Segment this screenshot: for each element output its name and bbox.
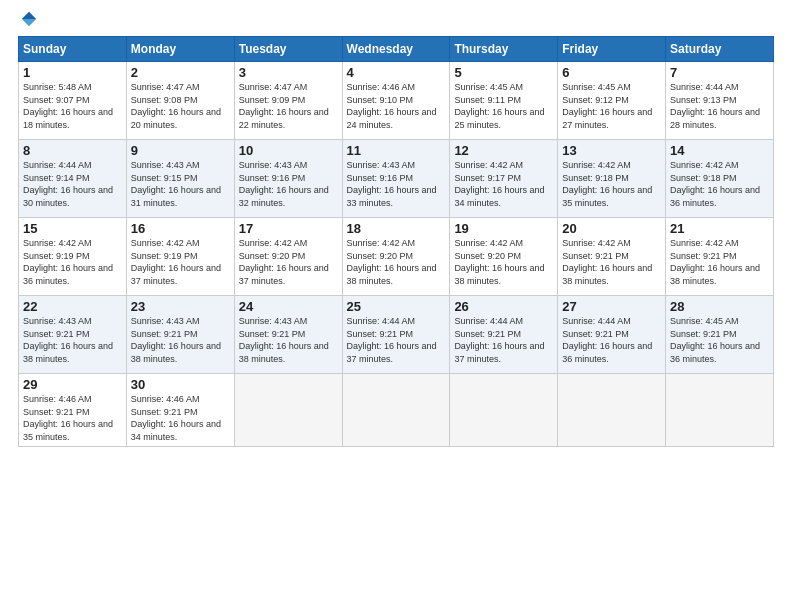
day-info: Sunrise: 4:42 AMSunset: 9:18 PMDaylight:…	[670, 160, 760, 208]
day-info: Sunrise: 4:42 AMSunset: 9:19 PMDaylight:…	[23, 238, 113, 286]
day-info: Sunrise: 4:44 AMSunset: 9:13 PMDaylight:…	[670, 82, 760, 130]
day-number: 23	[131, 299, 230, 314]
calendar-day-cell: 2 Sunrise: 4:47 AMSunset: 9:08 PMDayligh…	[126, 62, 234, 140]
day-number: 29	[23, 377, 122, 392]
svg-marker-0	[22, 12, 36, 19]
day-number: 30	[131, 377, 230, 392]
header	[18, 10, 774, 30]
day-number: 4	[347, 65, 446, 80]
calendar-day-cell	[234, 374, 342, 447]
day-number: 22	[23, 299, 122, 314]
day-number: 15	[23, 221, 122, 236]
calendar-week-row: 8 Sunrise: 4:44 AMSunset: 9:14 PMDayligh…	[19, 140, 774, 218]
calendar-day-cell: 25 Sunrise: 4:44 AMSunset: 9:21 PMDaylig…	[342, 296, 450, 374]
day-number: 16	[131, 221, 230, 236]
calendar-day-cell: 22 Sunrise: 4:43 AMSunset: 9:21 PMDaylig…	[19, 296, 127, 374]
day-info: Sunrise: 4:42 AMSunset: 9:21 PMDaylight:…	[562, 238, 652, 286]
calendar-header-row: SundayMondayTuesdayWednesdayThursdayFrid…	[19, 37, 774, 62]
calendar-day-cell: 28 Sunrise: 4:45 AMSunset: 9:21 PMDaylig…	[666, 296, 774, 374]
calendar-day-header: Monday	[126, 37, 234, 62]
day-number: 18	[347, 221, 446, 236]
day-number: 14	[670, 143, 769, 158]
day-number: 10	[239, 143, 338, 158]
calendar-day-cell: 21 Sunrise: 4:42 AMSunset: 9:21 PMDaylig…	[666, 218, 774, 296]
day-info: Sunrise: 4:45 AMSunset: 9:12 PMDaylight:…	[562, 82, 652, 130]
day-number: 12	[454, 143, 553, 158]
day-number: 28	[670, 299, 769, 314]
day-info: Sunrise: 4:43 AMSunset: 9:16 PMDaylight:…	[347, 160, 437, 208]
calendar-day-cell: 24 Sunrise: 4:43 AMSunset: 9:21 PMDaylig…	[234, 296, 342, 374]
calendar-day-header: Friday	[558, 37, 666, 62]
calendar-day-cell: 14 Sunrise: 4:42 AMSunset: 9:18 PMDaylig…	[666, 140, 774, 218]
day-number: 17	[239, 221, 338, 236]
day-info: Sunrise: 4:46 AMSunset: 9:10 PMDaylight:…	[347, 82, 437, 130]
day-info: Sunrise: 4:43 AMSunset: 9:15 PMDaylight:…	[131, 160, 221, 208]
day-number: 27	[562, 299, 661, 314]
calendar-day-cell: 19 Sunrise: 4:42 AMSunset: 9:20 PMDaylig…	[450, 218, 558, 296]
day-info: Sunrise: 4:47 AMSunset: 9:09 PMDaylight:…	[239, 82, 329, 130]
logo	[18, 10, 38, 30]
svg-marker-1	[22, 19, 36, 26]
calendar-day-cell: 11 Sunrise: 4:43 AMSunset: 9:16 PMDaylig…	[342, 140, 450, 218]
day-number: 20	[562, 221, 661, 236]
day-info: Sunrise: 4:46 AMSunset: 9:21 PMDaylight:…	[23, 394, 113, 442]
day-info: Sunrise: 4:42 AMSunset: 9:20 PMDaylight:…	[347, 238, 437, 286]
day-info: Sunrise: 4:44 AMSunset: 9:21 PMDaylight:…	[347, 316, 437, 364]
logo-area	[18, 10, 38, 30]
calendar-day-cell: 18 Sunrise: 4:42 AMSunset: 9:20 PMDaylig…	[342, 218, 450, 296]
calendar-day-cell: 12 Sunrise: 4:42 AMSunset: 9:17 PMDaylig…	[450, 140, 558, 218]
calendar-day-cell: 3 Sunrise: 4:47 AMSunset: 9:09 PMDayligh…	[234, 62, 342, 140]
calendar-day-cell	[666, 374, 774, 447]
day-info: Sunrise: 4:46 AMSunset: 9:21 PMDaylight:…	[131, 394, 221, 442]
day-info: Sunrise: 4:42 AMSunset: 9:20 PMDaylight:…	[454, 238, 544, 286]
calendar-day-cell: 23 Sunrise: 4:43 AMSunset: 9:21 PMDaylig…	[126, 296, 234, 374]
day-info: Sunrise: 4:43 AMSunset: 9:21 PMDaylight:…	[131, 316, 221, 364]
page: SundayMondayTuesdayWednesdayThursdayFrid…	[0, 0, 792, 612]
calendar-day-cell	[342, 374, 450, 447]
day-number: 11	[347, 143, 446, 158]
day-info: Sunrise: 4:42 AMSunset: 9:18 PMDaylight:…	[562, 160, 652, 208]
calendar-day-cell: 29 Sunrise: 4:46 AMSunset: 9:21 PMDaylig…	[19, 374, 127, 447]
calendar-week-row: 15 Sunrise: 4:42 AMSunset: 9:19 PMDaylig…	[19, 218, 774, 296]
day-number: 21	[670, 221, 769, 236]
day-info: Sunrise: 4:43 AMSunset: 9:21 PMDaylight:…	[239, 316, 329, 364]
day-number: 5	[454, 65, 553, 80]
day-info: Sunrise: 4:44 AMSunset: 9:21 PMDaylight:…	[454, 316, 544, 364]
calendar-table: SundayMondayTuesdayWednesdayThursdayFrid…	[18, 36, 774, 447]
calendar-day-header: Tuesday	[234, 37, 342, 62]
day-info: Sunrise: 5:48 AMSunset: 9:07 PMDaylight:…	[23, 82, 113, 130]
day-info: Sunrise: 4:45 AMSunset: 9:21 PMDaylight:…	[670, 316, 760, 364]
day-number: 2	[131, 65, 230, 80]
calendar-day-cell: 30 Sunrise: 4:46 AMSunset: 9:21 PMDaylig…	[126, 374, 234, 447]
calendar-day-cell: 6 Sunrise: 4:45 AMSunset: 9:12 PMDayligh…	[558, 62, 666, 140]
calendar-day-header: Sunday	[19, 37, 127, 62]
calendar-day-cell: 8 Sunrise: 4:44 AMSunset: 9:14 PMDayligh…	[19, 140, 127, 218]
day-number: 19	[454, 221, 553, 236]
calendar-day-cell: 10 Sunrise: 4:43 AMSunset: 9:16 PMDaylig…	[234, 140, 342, 218]
day-number: 9	[131, 143, 230, 158]
calendar-day-cell: 7 Sunrise: 4:44 AMSunset: 9:13 PMDayligh…	[666, 62, 774, 140]
day-info: Sunrise: 4:42 AMSunset: 9:19 PMDaylight:…	[131, 238, 221, 286]
day-number: 26	[454, 299, 553, 314]
day-number: 7	[670, 65, 769, 80]
calendar-day-cell: 17 Sunrise: 4:42 AMSunset: 9:20 PMDaylig…	[234, 218, 342, 296]
calendar-day-cell: 13 Sunrise: 4:42 AMSunset: 9:18 PMDaylig…	[558, 140, 666, 218]
calendar-day-cell: 4 Sunrise: 4:46 AMSunset: 9:10 PMDayligh…	[342, 62, 450, 140]
calendar-day-cell: 20 Sunrise: 4:42 AMSunset: 9:21 PMDaylig…	[558, 218, 666, 296]
day-info: Sunrise: 4:42 AMSunset: 9:17 PMDaylight:…	[454, 160, 544, 208]
day-info: Sunrise: 4:42 AMSunset: 9:20 PMDaylight:…	[239, 238, 329, 286]
day-info: Sunrise: 4:42 AMSunset: 9:21 PMDaylight:…	[670, 238, 760, 286]
calendar-day-header: Wednesday	[342, 37, 450, 62]
day-number: 24	[239, 299, 338, 314]
calendar-day-header: Thursday	[450, 37, 558, 62]
calendar-day-cell	[450, 374, 558, 447]
day-info: Sunrise: 4:43 AMSunset: 9:21 PMDaylight:…	[23, 316, 113, 364]
logo-icon	[20, 10, 38, 28]
day-info: Sunrise: 4:47 AMSunset: 9:08 PMDaylight:…	[131, 82, 221, 130]
day-number: 8	[23, 143, 122, 158]
calendar-day-cell: 26 Sunrise: 4:44 AMSunset: 9:21 PMDaylig…	[450, 296, 558, 374]
day-number: 1	[23, 65, 122, 80]
calendar-day-cell: 5 Sunrise: 4:45 AMSunset: 9:11 PMDayligh…	[450, 62, 558, 140]
day-number: 6	[562, 65, 661, 80]
calendar-day-cell: 1 Sunrise: 5:48 AMSunset: 9:07 PMDayligh…	[19, 62, 127, 140]
